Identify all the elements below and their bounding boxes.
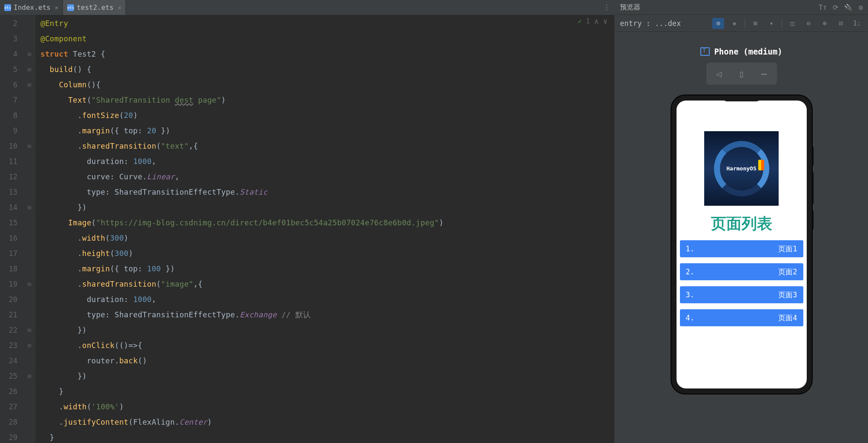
fold-icon[interactable]: ⊟ [23, 138, 35, 154]
rotate-icon[interactable]: ▯ [731, 65, 752, 83]
checkmark-icon: ✓ [578, 17, 582, 25]
layers-icon[interactable]: ❖ [728, 18, 740, 29]
orientation-controls: ◁ ▯ ⋯ [615, 63, 868, 85]
entry-label: entry : ...dex [620, 19, 681, 28]
tab-test2[interactable]: ets test2.ets × [63, 0, 126, 15]
tab-overflow-icon[interactable]: ⋮ [603, 3, 610, 12]
editor-section: ets Index.ets × ets test2.ets × ⋮ ✓ 1 ∧ … [0, 0, 615, 443]
grid-icon[interactable]: ⊞ [749, 18, 761, 29]
preview-title: 预览器 [620, 3, 640, 12]
preview-toolbar: entry : ...dex ⊙ ❖ ⊞ ▾ ◫ ⊖ ⊕ ⊡ 1: [615, 15, 868, 32]
list-item[interactable]: 2. 页面2 [680, 263, 803, 280]
page-list: 1. 页面1 2. 页面2 3. 页面3 4. 页面4 [680, 240, 803, 332]
line-gutter: 2 3 4 5 6 7 8 9 10 11 12 13 14 15 16 17 … [0, 15, 23, 443]
tab-index[interactable]: ets Index.ets × [0, 0, 63, 15]
fold-icon[interactable]: ⊟ [23, 46, 35, 62]
more-icon[interactable]: ⋯ [754, 65, 775, 83]
ets-file-icon: ets [4, 4, 11, 11]
side-button [812, 210, 814, 230]
side-button [812, 147, 814, 166]
device-icon [700, 47, 710, 56]
device-name: Phone (medium) [714, 47, 782, 56]
status-count: 1 [586, 17, 590, 25]
code-content[interactable]: @Entry @Component struct Test2 { build()… [35, 15, 614, 443]
phone-notch [722, 95, 761, 101]
dropdown-icon[interactable]: ▾ [765, 18, 777, 29]
code-editor[interactable]: ✓ 1 ∧ ∨ 2 3 4 5 6 7 8 9 10 11 12 13 14 1… [0, 15, 614, 443]
tab-label: Index.ets [14, 3, 51, 12]
fit-icon[interactable]: ⊡ [835, 18, 847, 29]
ets-file-icon: ets [67, 4, 74, 11]
list-item[interactable]: 4. 页面4 [680, 309, 803, 326]
settings-icon[interactable]: ⚙ [859, 3, 863, 12]
fold-icon[interactable]: ⊟ [23, 338, 35, 353]
fold-end-icon[interactable]: ⊟ [23, 322, 35, 338]
zoom-ratio[interactable]: 1: [851, 18, 863, 29]
tab-bar: ets Index.ets × ets test2.ets × ⋮ [0, 0, 614, 15]
phone-frame: HarmonyOS 页面列表 1. 页面1 2. 页面2 3. [671, 95, 812, 394]
fold-end-icon[interactable]: ⊟ [23, 200, 35, 215]
down-arrow-icon[interactable]: ∨ [603, 17, 608, 26]
fold-end-icon[interactable]: ⊟ [23, 368, 35, 384]
close-icon[interactable]: × [55, 4, 58, 11]
text-size-icon[interactable]: Tт [819, 3, 827, 12]
close-icon[interactable]: × [118, 4, 121, 11]
crop-icon[interactable]: ◫ [786, 18, 798, 29]
preview-panel: 预览器 Tт ⟳ 🔌 ⚙ entry : ...dex ⊙ ❖ ⊞ ▾ ◫ ⊖ … [615, 0, 868, 443]
list-item[interactable]: 1. 页面1 [680, 240, 803, 257]
list-item[interactable]: 3. 页面3 [680, 286, 803, 303]
page-list-title: 页面列表 [711, 213, 772, 234]
phone-screen[interactable]: HarmonyOS 页面列表 1. 页面1 2. 页面2 3. [677, 101, 807, 388]
phone-preview: HarmonyOS 页面列表 1. 页面1 2. 页面2 3. [615, 93, 868, 443]
preview-header: 预览器 Tт ⟳ 🔌 ⚙ [615, 0, 868, 15]
fold-icon[interactable]: ⊟ [23, 62, 35, 77]
inspect-icon[interactable]: ⊙ [712, 18, 724, 29]
fold-icon[interactable]: ⊟ [23, 276, 35, 292]
side-button [812, 172, 814, 204]
fold-icon[interactable]: ⊟ [23, 77, 35, 92]
harmony-logo: HarmonyOS [704, 131, 779, 206]
fold-gutter: ⊟ ⊟ ⊟ ⊟ ⊟ ⊟ ⊟ ⊟ ⊟ [23, 15, 35, 443]
refresh-icon[interactable]: ⟳ [833, 3, 838, 12]
tab-label: test2.ets [77, 3, 114, 12]
back-icon[interactable]: ◁ [708, 65, 730, 83]
device-label-row: Phone (medium) [615, 32, 868, 63]
editor-status: ✓ 1 ∧ ∨ [578, 17, 608, 26]
zoom-in-icon[interactable]: ⊕ [819, 18, 831, 29]
zoom-out-icon[interactable]: ⊖ [802, 18, 814, 29]
up-arrow-icon[interactable]: ∧ [594, 17, 599, 26]
plug-icon[interactable]: 🔌 [844, 3, 853, 12]
